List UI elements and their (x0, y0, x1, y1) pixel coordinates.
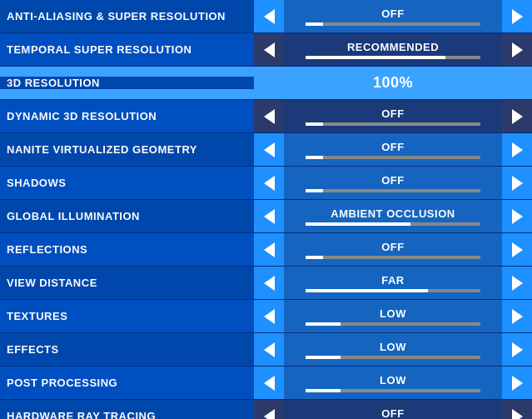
setting-row-reflections: REFLECTIONSOFF (0, 233, 532, 267)
label-anti-aliasing: ANTI-ALIASING & SUPER RESOLUTION (0, 10, 254, 22)
arrow-left-icon-nanite (264, 142, 275, 157)
arrow-left-reflections[interactable] (254, 233, 284, 266)
arrow-right-icon-temporal-super-resolution (512, 42, 523, 57)
value-display-view-distance: FAR (284, 267, 502, 299)
setting-row-global-illumination: GLOBAL ILLUMINATIONAMBIENT OCCLUSION (0, 200, 532, 233)
control-post-processing: LOW (254, 367, 532, 399)
arrow-left-hardware-ray-tracing[interactable] (254, 400, 284, 419)
arrow-right-nanite[interactable] (502, 133, 532, 166)
arrow-right-icon-global-illumination (512, 209, 523, 224)
control-shadows: OFF (254, 167, 532, 199)
arrow-right-view-distance[interactable] (502, 267, 532, 299)
control-hardware-ray-tracing: OFF (254, 400, 532, 419)
arrow-right-icon-dynamic-3d-resolution (512, 109, 523, 124)
label-hardware-ray-tracing: HARDWARE RAY TRACING (0, 410, 254, 419)
value-dynamic-3d-resolution: OFF (381, 107, 405, 120)
setting-row-temporal-super-resolution: TEMPORAL SUPER RESOLUTIONRECOMMENDED (0, 33, 532, 67)
arrow-left-global-illumination[interactable] (254, 200, 284, 232)
control-global-illumination: AMBIENT OCCLUSION (254, 200, 532, 232)
label-temporal-super-resolution: TEMPORAL SUPER RESOLUTION (0, 43, 254, 56)
control-textures: LOW (254, 300, 532, 332)
arrow-left-icon-global-illumination (264, 209, 275, 224)
arrow-right-icon-hardware-ray-tracing (512, 409, 523, 420)
value-global-illumination: AMBIENT OCCLUSION (331, 207, 455, 220)
label-nanite: NANITE VIRTUALIZED GEOMETRY (0, 143, 254, 156)
arrow-right-icon-reflections (512, 242, 523, 257)
arrow-right-global-illumination[interactable] (502, 200, 532, 232)
arrow-right-icon-textures (512, 309, 523, 324)
arrow-left-post-processing[interactable] (254, 367, 284, 399)
bar-container-global-illumination (306, 222, 480, 226)
arrow-left-nanite[interactable] (254, 133, 284, 166)
arrow-left-icon-view-distance (264, 276, 275, 291)
arrow-right-icon-effects (512, 342, 523, 357)
label-view-distance: VIEW DISTANCE (0, 277, 254, 289)
arrow-right-reflections[interactable] (502, 233, 532, 266)
value-display-hardware-ray-tracing: OFF (284, 400, 502, 419)
setting-row-hardware-ray-tracing: HARDWARE RAY TRACINGOFF (0, 400, 532, 419)
arrow-left-icon-effects (264, 342, 275, 357)
setting-row-nanite: NANITE VIRTUALIZED GEOMETRYOFF (0, 133, 532, 167)
arrow-left-view-distance[interactable] (254, 267, 284, 299)
value-display-temporal-super-resolution: RECOMMENDED (284, 33, 502, 66)
arrow-left-icon-anti-aliasing (264, 9, 275, 24)
bar-container-view-distance (306, 289, 480, 292)
value-display-reflections: OFF (284, 233, 502, 266)
control-temporal-super-resolution: RECOMMENDED (254, 33, 532, 66)
arrow-right-icon-post-processing (512, 376, 523, 391)
bar-fill-temporal-super-resolution (306, 56, 445, 59)
arrow-left-icon-dynamic-3d-resolution (264, 109, 275, 124)
arrow-right-temporal-super-resolution[interactable] (502, 33, 532, 66)
label-textures: TEXTURES (0, 310, 254, 322)
control-reflections: OFF (254, 233, 532, 266)
bar-container-temporal-super-resolution (306, 56, 480, 59)
value-temporal-super-resolution: RECOMMENDED (347, 41, 439, 53)
value-display-anti-aliasing: OFF (284, 0, 502, 32)
setting-row-3d-resolution: 3D RESOLUTION100% (0, 67, 532, 100)
settings-container: ANTI-ALIASING & SUPER RESOLUTIONOFFTEMPO… (0, 0, 532, 419)
bar-fill-effects (306, 356, 341, 359)
arrow-left-textures[interactable] (254, 300, 284, 332)
bar-container-shadows (306, 189, 480, 192)
arrow-right-effects[interactable] (502, 333, 532, 366)
arrow-left-anti-aliasing[interactable] (254, 0, 284, 32)
control-view-distance: FAR (254, 267, 532, 299)
arrow-left-icon-reflections (264, 242, 275, 257)
label-global-illumination: GLOBAL ILLUMINATION (0, 210, 254, 222)
label-dynamic-3d-resolution: DYNAMIC 3D RESOLUTION (0, 110, 254, 122)
bar-container-reflections (306, 256, 480, 259)
bar-fill-post-processing (306, 389, 341, 392)
arrow-right-dynamic-3d-resolution[interactable] (502, 100, 532, 132)
value-display-shadows: OFF (284, 167, 502, 199)
arrow-right-post-processing[interactable] (502, 367, 532, 399)
arrow-left-effects[interactable] (254, 333, 284, 366)
label-effects: EFFECTS (0, 343, 254, 356)
value-reflections: OFF (381, 241, 405, 253)
setting-row-anti-aliasing: ANTI-ALIASING & SUPER RESOLUTIONOFF (0, 0, 532, 33)
setting-row-dynamic-3d-resolution: DYNAMIC 3D RESOLUTIONOFF (0, 100, 532, 133)
label-shadows: SHADOWS (0, 177, 254, 189)
label-reflections: REFLECTIONS (0, 243, 254, 256)
bar-fill-global-illumination (306, 222, 410, 226)
arrow-right-anti-aliasing[interactable] (502, 0, 532, 32)
arrow-right-icon-nanite (512, 142, 523, 157)
arrow-left-shadows[interactable] (254, 167, 284, 199)
arrow-right-shadows[interactable] (502, 167, 532, 199)
value-view-distance: FAR (381, 274, 405, 287)
arrow-right-icon-anti-aliasing (512, 9, 523, 24)
value-effects: LOW (380, 341, 406, 353)
bar-fill-anti-aliasing (306, 22, 323, 26)
arrow-right-textures[interactable] (502, 300, 532, 332)
bar-fill-dynamic-3d-resolution (306, 122, 323, 126)
arrow-right-hardware-ray-tracing[interactable] (502, 400, 532, 419)
arrow-left-icon-shadows (264, 176, 275, 191)
setting-row-view-distance: VIEW DISTANCEFAR (0, 267, 532, 300)
bar-container-nanite (306, 156, 480, 159)
arrow-left-dynamic-3d-resolution[interactable] (254, 100, 284, 132)
bar-fill-nanite (306, 156, 323, 159)
control-effects: LOW (254, 333, 532, 366)
bar-fill-view-distance (306, 289, 428, 292)
arrow-left-temporal-super-resolution[interactable] (254, 33, 284, 66)
bar-container-effects (306, 356, 480, 359)
arrow-left-icon-temporal-super-resolution (264, 42, 275, 57)
